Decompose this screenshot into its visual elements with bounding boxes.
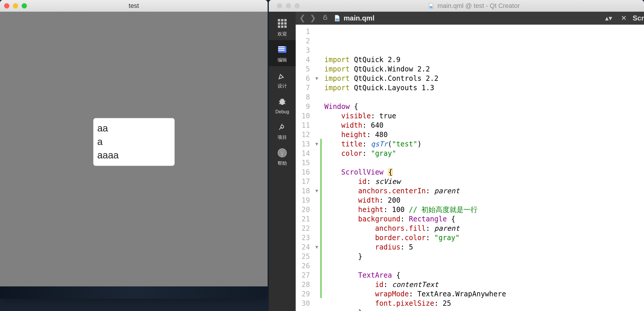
code-line[interactable]: }	[324, 308, 644, 311]
close-icon[interactable]	[277, 3, 282, 8]
line-number: 8	[296, 93, 310, 102]
line-number: 5	[296, 64, 310, 74]
line-number: 27	[296, 271, 310, 280]
nav-arrows: ❮ ❯	[298, 13, 317, 23]
fold-toggle-icon[interactable]: ▼	[313, 139, 320, 149]
code-line[interactable]: anchors.fill: parent	[324, 224, 644, 233]
fold-spacer	[313, 177, 320, 186]
svg-point-1	[280, 99, 285, 105]
close-icon[interactable]	[4, 3, 9, 8]
fold-spacer	[313, 233, 320, 242]
minimize-icon[interactable]	[286, 3, 291, 8]
code-line[interactable]: height: 480	[324, 130, 644, 139]
lock-icon[interactable]	[320, 14, 330, 22]
fold-spacer	[313, 214, 320, 224]
code-line[interactable]: wrapMode: TextArea.WrapAnywhere	[324, 289, 644, 299]
line-number: 11	[296, 121, 310, 130]
textarea-frame[interactable]: aa a aaaa	[93, 118, 175, 166]
code-line[interactable]: id: scView	[324, 177, 644, 186]
code-line[interactable]	[324, 93, 644, 102]
fold-spacer	[313, 168, 320, 177]
fold-spacer	[313, 196, 320, 205]
qml-file-icon	[428, 3, 434, 9]
code-line[interactable]: TextArea {	[324, 271, 644, 280]
code-line[interactable]: }	[324, 252, 644, 261]
mode-help[interactable]: ? 帮助	[269, 143, 296, 170]
fold-column[interactable]: ▼▼▼▼	[313, 25, 320, 311]
code-line[interactable]: width: 640	[324, 121, 644, 130]
code-line[interactable]: import QtQuick.Controls 2.2	[324, 74, 644, 83]
change-marker	[320, 139, 322, 298]
fold-spacer	[313, 158, 320, 168]
code-line[interactable]: Window {	[324, 102, 644, 111]
mode-design[interactable]: 设计	[269, 66, 296, 92]
zoom-icon[interactable]	[295, 3, 300, 8]
line-number: 17	[296, 177, 310, 186]
fold-spacer	[313, 93, 320, 102]
svg-rect-0	[430, 6, 432, 8]
code-line[interactable]: title: qsTr("test")	[324, 139, 644, 149]
mode-debug[interactable]: Debug	[269, 92, 296, 117]
code-content[interactable]: import QtQuick 2.9import QtQuick.Window …	[320, 25, 644, 311]
code-line[interactable]: width: 200	[324, 196, 644, 205]
fold-toggle-icon[interactable]: ▼	[313, 74, 320, 83]
code-line[interactable]: border.color: "gray"	[324, 233, 644, 242]
mode-label: 项目	[278, 134, 287, 141]
code-line[interactable]: import QtQuick.Layouts 1.3	[324, 83, 644, 93]
ide-window-title: main.qml @ test - Qt Creator	[438, 2, 520, 10]
mode-welcome[interactable]: 欢迎	[269, 14, 296, 40]
mode-edit[interactable]: 编辑	[269, 40, 296, 66]
code-line[interactable]: id: contentText	[324, 280, 644, 289]
line-number: 19	[296, 196, 310, 205]
line-number: 20	[296, 205, 310, 214]
code-line[interactable]: import QtQuick 2.9	[324, 55, 644, 64]
code-line[interactable]: anchors.centerIn: parent	[324, 186, 644, 196]
right-pane-label[interactable]: Scr	[633, 14, 644, 22]
line-number: 25	[296, 252, 310, 261]
app-title: test	[0, 2, 268, 10]
fold-spacer	[313, 280, 320, 289]
fold-spacer	[313, 27, 320, 36]
editor-tab-name[interactable]: main.qml	[344, 14, 374, 22]
textarea-content[interactable]: aa a aaaa	[97, 122, 171, 162]
code-editor[interactable]: 1234567891011121314151617181920212223242…	[296, 25, 644, 311]
line-number: 28	[296, 280, 310, 289]
code-line[interactable]	[324, 158, 644, 168]
mode-label: 欢迎	[278, 31, 287, 37]
code-line[interactable]: radius: 5	[324, 242, 644, 252]
line-number: 12	[296, 130, 310, 139]
code-line[interactable]: color: "gray"	[324, 149, 644, 158]
edit-icon	[277, 44, 287, 55]
fold-toggle-icon[interactable]: ▼	[313, 242, 320, 252]
code-line[interactable]: font.pixelSize: 25	[324, 299, 644, 308]
nav-forward-icon[interactable]: ❯	[309, 13, 317, 23]
fold-spacer	[313, 111, 320, 121]
mode-label: Debug	[275, 109, 289, 115]
code-line[interactable]: height: 100 // 初始高度就是一行	[324, 205, 644, 214]
line-number: 2	[296, 36, 310, 46]
code-line[interactable]: visible: true	[324, 111, 644, 121]
svg-text:?: ?	[280, 150, 284, 157]
minimize-icon[interactable]	[13, 3, 18, 8]
line-number: 16	[296, 168, 310, 177]
code-line[interactable]: ScrollView {	[324, 168, 644, 177]
mode-bar: 欢迎 编辑 设计 Debug 项	[269, 12, 296, 311]
design-icon	[277, 70, 287, 81]
close-tab-icon[interactable]: ✕	[618, 14, 630, 22]
code-line[interactable]: import QtQuick.Window 2.2	[324, 64, 644, 74]
nav-back-icon[interactable]: ❮	[298, 13, 307, 23]
code-line[interactable]	[324, 261, 644, 271]
fold-toggle-icon[interactable]: ▼	[313, 186, 320, 196]
code-line[interactable]: background: Rectangle {	[324, 214, 644, 224]
line-number: 9	[296, 102, 310, 111]
app-titlebar: test	[0, 0, 268, 12]
desktop-background	[0, 286, 268, 299]
line-number: 7	[296, 83, 310, 93]
line-number: 22	[296, 224, 310, 233]
line-number: 26	[296, 261, 310, 271]
tab-dropdown-icon[interactable]: ▴▾	[602, 14, 615, 22]
mode-projects[interactable]: 项目	[269, 117, 296, 143]
app-body: aa a aaaa	[0, 12, 268, 286]
zoom-icon[interactable]	[22, 3, 27, 8]
line-number: 4	[296, 55, 310, 64]
